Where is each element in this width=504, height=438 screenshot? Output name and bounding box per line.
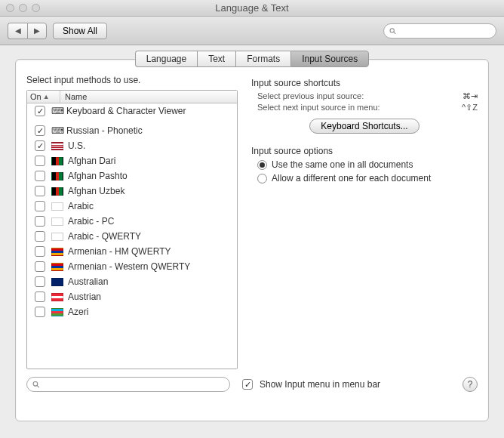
list-item[interactable]: ⌨︎Russian - Phonetic xyxy=(27,123,237,138)
nav-buttons: ◀ ▶ xyxy=(8,23,47,39)
radio-diff[interactable] xyxy=(257,174,267,184)
footer: Show Input menu in menu bar ? xyxy=(26,377,478,392)
show-input-menu-checkbox[interactable] xyxy=(242,379,253,390)
close-icon[interactable] xyxy=(6,4,14,12)
list-search[interactable] xyxy=(26,377,230,392)
checkbox[interactable] xyxy=(35,125,45,136)
list-body[interactable]: ⌨︎Keyboard & Character Viewer⌨︎Russian -… xyxy=(27,103,237,369)
next-shortcut-label: Select next input source in menu: xyxy=(257,103,462,113)
minimize-icon[interactable] xyxy=(19,4,27,12)
list-item[interactable]: Afghan Dari xyxy=(27,153,237,168)
character-viewer-icon: ⌨︎ xyxy=(51,106,63,116)
instruction-text: Select input methods to use. xyxy=(26,75,238,85)
toolbar-search-input[interactable] xyxy=(400,26,491,35)
search-icon xyxy=(389,26,397,35)
option-same-label: Use the same one in all documents xyxy=(272,159,413,170)
list-item[interactable]: Arabic - QWERTY xyxy=(27,229,237,244)
list-item[interactable]: ⌨︎Keyboard & Character Viewer xyxy=(27,103,237,119)
list-search-input[interactable] xyxy=(43,380,225,389)
prev-shortcut-row: Select previous input source: ⌘⇥ xyxy=(257,91,478,101)
item-name: Arabic - QWERTY xyxy=(68,231,141,242)
arabic-pc-flag-icon xyxy=(51,217,63,226)
keyboard-shortcuts-button[interactable]: Keyboard Shortcuts... xyxy=(309,119,419,134)
item-name: U.S. xyxy=(68,140,85,151)
shortcuts-title: Input source shortcuts xyxy=(251,78,478,88)
list-item[interactable]: Afghan Pashto xyxy=(27,168,237,184)
item-name: Afghan Dari xyxy=(68,156,115,166)
item-name: Afghan Pashto xyxy=(68,171,128,181)
item-name: Russian - Phonetic xyxy=(66,125,143,136)
at-flag-icon xyxy=(51,293,63,301)
am-flag-icon xyxy=(51,248,63,256)
options-title: Input source options xyxy=(251,146,478,156)
chevron-right-icon: ▶ xyxy=(34,26,40,35)
item-name: Arabic xyxy=(68,201,94,211)
list-item[interactable]: Australian xyxy=(27,274,237,289)
list-item[interactable]: Armenian - Western QWERTY xyxy=(27,259,237,274)
am-flag-icon xyxy=(51,263,63,271)
show-input-menu-label: Show Input menu in menu bar xyxy=(260,379,380,390)
checkbox[interactable] xyxy=(35,171,45,181)
back-button[interactable]: ◀ xyxy=(8,23,27,39)
next-shortcut-key: ^⇧Z xyxy=(462,103,478,113)
checkbox[interactable] xyxy=(35,246,45,257)
pref-panel: Language Text Formats Input Sources Sele… xyxy=(15,59,489,421)
help-icon: ? xyxy=(468,379,473,390)
checkbox[interactable] xyxy=(35,186,45,196)
arabic-flag-icon xyxy=(51,233,63,241)
radio-same[interactable] xyxy=(257,160,267,170)
list-item[interactable]: Armenian - HM QWERTY xyxy=(27,244,237,259)
checkbox[interactable] xyxy=(35,231,45,242)
checkbox[interactable] xyxy=(35,291,45,302)
zoom-icon[interactable] xyxy=(32,4,40,12)
svg-point-2 xyxy=(33,381,38,386)
list-item[interactable]: Arabic xyxy=(27,199,237,214)
show-all-button[interactable]: Show All xyxy=(53,23,107,39)
checkbox[interactable] xyxy=(35,106,45,116)
list-item[interactable]: Austrian xyxy=(27,289,237,304)
svg-line-1 xyxy=(394,32,396,34)
item-name: Arabic - PC xyxy=(68,216,114,227)
forward-button[interactable]: ▶ xyxy=(27,23,47,39)
col-on-header[interactable]: On▲ xyxy=(27,91,60,103)
col-name-header[interactable]: Name xyxy=(60,91,237,103)
tab-formats[interactable]: Formats xyxy=(235,51,290,67)
list-item[interactable]: Afghan Uzbek xyxy=(27,184,237,199)
checkbox[interactable] xyxy=(35,156,45,166)
au-flag-icon xyxy=(51,278,63,286)
checkbox[interactable] xyxy=(35,261,45,272)
item-name: Keyboard & Character Viewer xyxy=(66,106,186,116)
item-name: Australian xyxy=(68,276,108,287)
arabic-flag-icon xyxy=(51,202,63,211)
svg-point-0 xyxy=(390,28,394,32)
checkbox[interactable] xyxy=(35,216,45,227)
checkbox[interactable] xyxy=(35,276,45,287)
input-methods-list: On▲ Name ⌨︎Keyboard & Character Viewer⌨︎… xyxy=(26,90,238,369)
toolbar-search[interactable] xyxy=(383,23,496,39)
option-diff-row[interactable]: Allow a different one for each document xyxy=(257,173,478,184)
az-flag-icon xyxy=(51,308,63,316)
item-name: Armenian - Western QWERTY xyxy=(68,261,190,272)
help-button[interactable]: ? xyxy=(463,377,478,392)
checkbox[interactable] xyxy=(35,307,45,317)
tab-language[interactable]: Language xyxy=(135,51,197,67)
tab-text[interactable]: Text xyxy=(197,51,235,67)
list-item[interactable]: Azeri xyxy=(27,304,237,319)
checkbox[interactable] xyxy=(35,201,45,211)
prev-shortcut-label: Select previous input source: xyxy=(257,91,463,101)
tabs: Language Text Formats Input Sources xyxy=(26,51,478,67)
checkbox[interactable] xyxy=(35,140,45,151)
list-item[interactable]: Arabic - PC xyxy=(27,214,237,229)
next-shortcut-row: Select next input source in menu: ^⇧Z xyxy=(257,103,478,113)
list-item[interactable]: U.S. xyxy=(27,138,237,153)
show-input-menu-row[interactable]: Show Input menu in menu bar xyxy=(238,379,380,390)
af-flag-icon xyxy=(51,187,63,196)
option-same-row[interactable]: Use the same one in all documents xyxy=(257,159,478,170)
option-diff-label: Allow a different one for each document xyxy=(272,173,431,184)
chevron-left-icon: ◀ xyxy=(15,26,21,35)
us-flag-icon xyxy=(51,142,63,150)
toolbar: ◀ ▶ Show All xyxy=(0,17,504,45)
item-name: Afghan Uzbek xyxy=(68,186,124,196)
af-flag-icon xyxy=(51,172,63,180)
tab-input-sources[interactable]: Input Sources xyxy=(290,51,369,67)
